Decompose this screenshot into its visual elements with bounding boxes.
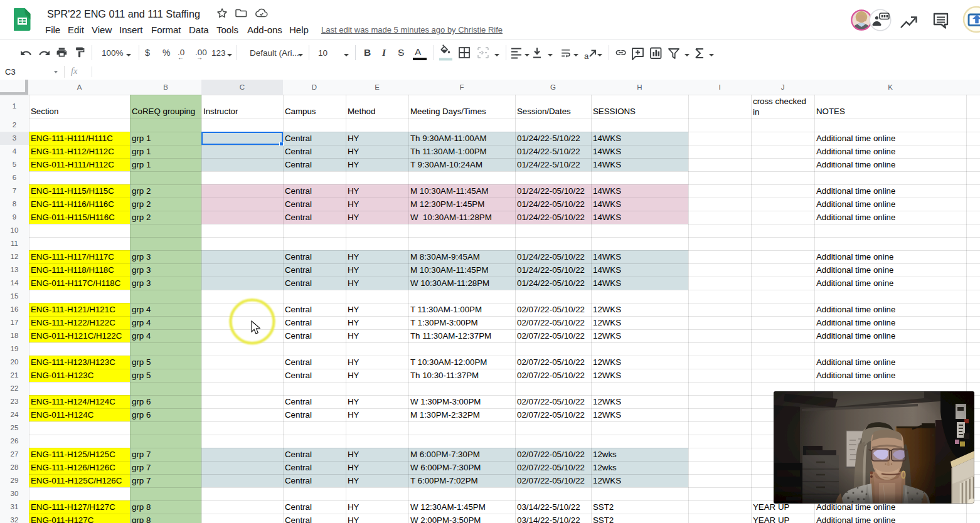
svg-text:a: a bbox=[584, 51, 589, 61]
